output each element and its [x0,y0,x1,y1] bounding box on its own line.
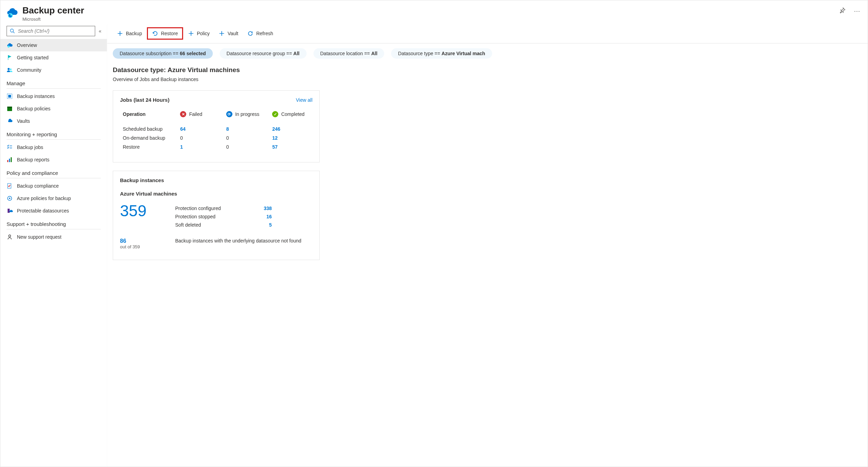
backup-button[interactable]: Backup [113,28,146,39]
job-value[interactable]: 1 [180,144,183,150]
not-found-of: out of 359 [120,244,168,249]
sidebar-item-backup-reports[interactable]: Backup reports [0,153,107,166]
col-operation: Operation [123,111,146,117]
checklist-icon [7,144,13,150]
vault-button-label: Vault [228,31,238,36]
cloud-backup-icon [7,42,13,48]
sidebar-item-label: New support request [17,234,61,240]
sidebar-item-label: Protectable datasources [17,208,69,213]
filter-pill[interactable]: Datasource subscription == 66 selected [113,48,213,59]
more-icon[interactable]: ⋯ [852,5,862,17]
filter-pill[interactable]: Datasource type == Azure Virtual mach [391,48,492,59]
svg-point-4 [8,68,10,70]
sidebar-section-header: Manage [0,76,107,87]
stat-label: Protection stopped [175,214,216,219]
sidebar-item-label: Backup compliance [17,183,59,189]
job-value[interactable]: 57 [272,144,278,150]
stat-label: Protection configured [175,206,221,211]
col-completed: Completed [281,111,305,117]
svg-rect-9 [7,107,12,108]
job-value[interactable]: 12 [272,135,278,141]
jobs-view-all-link[interactable]: View all [296,97,312,103]
plus-icon [117,30,123,37]
not-found-count[interactable]: 86 [120,238,168,244]
vault-cloud-icon [7,118,13,124]
filter-pill[interactable]: Datasource resource group == All [220,48,307,59]
section-subtitle: Overview of Jobs and Backup instances [107,74,868,90]
separator [7,178,101,178]
sidebar-item-vaults[interactable]: Vaults [0,115,107,127]
refresh-button[interactable]: Refresh [243,28,277,39]
svg-line-2 [13,32,14,33]
instance-stat-row: Protection configured338 [175,204,272,212]
col-inprogress: In progress [235,111,259,117]
stat-label: Soft deleted [175,222,201,228]
backup-center-icon [6,7,18,19]
separator [7,229,101,229]
svg-point-17 [9,235,11,237]
instances-total[interactable]: 359 [120,201,168,229]
policy-button[interactable]: Policy [184,28,214,39]
stat-value[interactable]: 5 [269,222,272,228]
svg-rect-11 [9,159,10,162]
instances-card-title: Backup instances [120,177,312,183]
svg-point-15 [9,198,10,199]
sidebar-section-header: Support + troubleshooting [0,217,107,228]
sidebar-item-azure-policies-for-backup[interactable]: Azure policies for backup [0,192,107,205]
server-cloud-icon [7,208,13,214]
refresh-icon [247,30,253,37]
page-title: Backup center [22,5,833,16]
job-value[interactable]: 8 [226,126,229,132]
svg-point-1 [10,29,13,32]
svg-point-3 [8,46,10,48]
undo-icon [152,30,158,37]
plus-icon [188,30,194,37]
filter-label: Datasource location == [320,51,371,56]
sidebar-item-new-support-request[interactable]: New support request [0,231,107,243]
svg-rect-10 [7,160,8,162]
jobs-card-title: Jobs (last 24 Hours) [120,97,169,103]
stat-value[interactable]: 338 [264,206,272,211]
page-header: Backup center Microsoft ⋯ [0,0,868,24]
sidebar-item-backup-compliance[interactable]: Backup compliance [0,180,107,192]
vault-button[interactable]: Vault [214,28,242,39]
jobs-table-row: Restore1057 [121,143,312,151]
sidebar-item-overview[interactable]: Overview [0,39,107,51]
job-value[interactable]: 246 [272,126,280,132]
sidebar-item-community[interactable]: Community [0,64,107,76]
svg-rect-7 [8,95,11,98]
job-value[interactable]: 64 [180,126,186,132]
jobs-table: Operation ✕Failed ⟳In progress ✓Complete… [120,109,312,152]
instances-card: Backup instances Azure Virtual machines … [113,171,320,260]
jobs-table-row: On-demand backup0012 [121,134,312,142]
stat-value[interactable]: 16 [266,214,272,219]
jobs-card: Jobs (last 24 Hours) View all Operation … [113,90,320,162]
filter-pills: Datasource subscription == 66 selectedDa… [107,43,868,65]
instances-subtitle: Azure Virtual machines [120,191,312,197]
not-found-desc: Backup instances with the underlying dat… [175,238,301,244]
sidebar-item-label: Backup jobs [17,145,43,150]
sidebar-item-label: Backup policies [17,106,50,111]
sidebar-item-label: Getting started [17,55,49,60]
separator [7,139,101,140]
pin-icon[interactable] [837,5,848,17]
sidebar-item-protectable-datasources[interactable]: Protectable datasources [0,205,107,217]
search-input[interactable] [18,28,92,34]
sidebar-item-backup-instances[interactable]: Backup instances [0,90,107,102]
support-icon [7,234,13,240]
command-bar: Backup Restore Policy Vault Refresh [107,24,868,43]
search-input-wrap[interactable] [7,26,95,36]
restore-button[interactable]: Restore [147,27,183,40]
job-value: 0 [226,135,229,141]
sidebar: « OverviewGetting startedCommunity Manag… [0,24,107,467]
sidebar-item-backup-policies[interactable]: Backup policies [0,102,107,115]
instance-stat-row: Soft deleted5 [175,221,272,229]
collapse-sidebar-icon[interactable]: « [97,27,103,35]
sidebar-item-getting-started[interactable]: Getting started [0,51,107,64]
svg-rect-12 [11,157,12,162]
sidebar-item-backup-jobs[interactable]: Backup jobs [0,141,107,153]
completed-icon: ✓ [272,111,278,117]
grid-blue-icon [7,93,13,99]
filter-pill[interactable]: Datasource location == All [313,48,385,59]
failed-icon: ✕ [180,111,186,117]
